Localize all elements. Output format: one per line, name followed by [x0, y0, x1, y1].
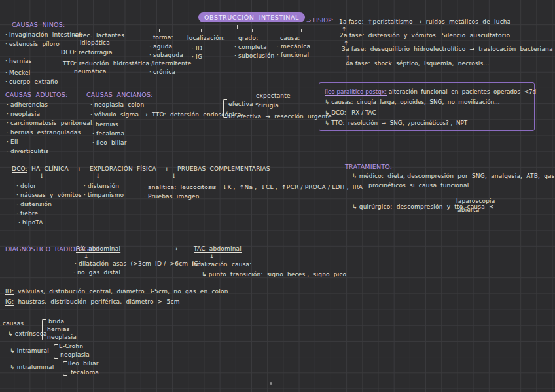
note-line: hernias: [47, 326, 70, 333]
page-indicator-dot: [270, 382, 272, 385]
note-line: · ID: [192, 45, 202, 52]
diagnostico-header: DCO: HA CLÍNICA + EXPLORACIÓN FÍSICA + P…: [12, 166, 270, 173]
causas-adultos-header: CAUSAS ADULTOS:: [5, 91, 67, 98]
col-forma-header: forma:: [153, 34, 173, 41]
note-line: · invaginación intestinal:: [5, 31, 83, 39]
ig-line: IG: haustras, distribución periférica, d…: [5, 298, 180, 306]
note-line: ↳ intraluminal: [10, 364, 54, 371]
bracket: [54, 344, 58, 359]
tto-text: reducción hidrostática /: [77, 60, 154, 67]
note-line: · distensión: [84, 183, 119, 190]
tto-label: TTO:: [63, 60, 77, 67]
note-line: · EII: [7, 139, 18, 146]
tree-line: [159, 29, 302, 29]
note-line: · neoplasia: [7, 111, 40, 118]
note-line: · intermitente: [149, 60, 191, 67]
note-line: RX abdominal: [76, 245, 120, 253]
note-line: E-Crohn: [59, 343, 83, 350]
causas-mecanismo-header: causas: [3, 320, 24, 327]
note-line: · crónica: [149, 69, 175, 76]
note-line: ↳ extrínseca: [8, 330, 47, 338]
col-causa-header: causa:: [280, 35, 300, 42]
note-line: ↳ punto transición: signo heces , signo …: [202, 271, 346, 278]
note-line: 3a fase: desequilibrio hidroelectrolític…: [342, 46, 553, 53]
page-title: OBSTRUCCIÓN INTESTINAL: [198, 12, 305, 22]
note-line: · analítica: leucocitosis ↓K , ↑Na , ↓CL…: [144, 184, 363, 191]
tree-tick: [252, 29, 253, 32]
note-line: laparoscopia: [456, 198, 495, 205]
note-line: · neoplasia colon: [90, 101, 144, 109]
id-line: ID: válvulas, distribución central, diám…: [5, 288, 228, 295]
causas-ancianos-header: CAUSAS ANCIANOS:: [86, 91, 153, 98]
note-line: · dilatación asas (>3cm ID / >6cm IG): [75, 260, 201, 268]
arrow-down-icon: ↓: [96, 173, 101, 179]
note-line: · fecaloma: [92, 130, 124, 137]
note-line: · cuerpo extraño: [5, 79, 58, 86]
note-line: ↳ intramural: [10, 347, 49, 355]
note-line: neumática: [74, 68, 107, 75]
note-line: no efectiva → resección urgente: [227, 113, 332, 120]
note-line: · distensión: [16, 201, 52, 208]
note-line: DCO: rectorragia: [61, 49, 113, 56]
note-line: íleo biliar: [68, 360, 99, 367]
note-line: cirugía: [258, 102, 279, 109]
note-line: · estenosis píloro: [5, 41, 60, 48]
arrow-down-icon: ↓: [209, 253, 215, 260]
note-line: · mecánica: [277, 43, 310, 50]
col-grado-header: grado:: [238, 35, 258, 42]
note-line: · IG: [192, 54, 202, 61]
note-line: · adherencias: [7, 101, 48, 109]
col-localizacion-header: localización:: [187, 35, 225, 42]
note-line: ↳ causas: cirugía larga, opioides, SNG, …: [325, 97, 529, 107]
note-line: · hipoTA: [18, 219, 43, 226]
note-line: +frec. lactantes: [73, 32, 124, 39]
note-line: · carcinomatosis peritoneal: [7, 120, 92, 127]
note-line: TAC abdominal: [194, 245, 242, 253]
note-line: · hernias estranguladas: [7, 129, 81, 136]
note-line: localización causa:: [192, 261, 252, 268]
note-line: ↳ DCO: RX / TAC: [325, 107, 529, 118]
note-line: 4a fase: shock séptico, isquemia, necros…: [346, 60, 490, 67]
note-line: · no gas distal: [73, 269, 120, 276]
tree-tick: [201, 29, 202, 32]
fisiop-header: ⇒ FISIOP:: [306, 17, 334, 24]
note-page-canvas[interactable]: OBSTRUCCIÓN INTESTINAL CAUSAS NIÑOS: · i…: [0, 0, 555, 392]
ileo-paralitico-box: íleo paralítico postqx: alteración funci…: [319, 82, 535, 131]
note-line: · dolor: [16, 183, 36, 190]
note-line: neoplasia: [60, 351, 90, 359]
arrow-down-icon: ↓: [84, 253, 89, 260]
note-line: · diverticulitis: [7, 148, 48, 155]
note-line: 1a fase: ↑peristaltismo → ruidos metálic…: [339, 18, 510, 26]
note-line: 2a fase: distensión y vómitos. Silencio …: [340, 32, 510, 39]
note-line: · Pruebas imagen: [144, 193, 200, 200]
note-line: · náuseas y vómitos: [16, 192, 82, 199]
note-line: brida: [48, 318, 64, 325]
note-line: · fiebre: [16, 210, 38, 217]
note-line: abierta: [457, 207, 479, 214]
bracket: [63, 361, 67, 376]
ileo-paralitico-title: íleo paralítico postqx:: [325, 88, 387, 95]
note-line: · vólvulo sigma → TTO: detorsión endoscó…: [90, 111, 242, 118]
note-line: idiopática: [80, 39, 110, 46]
note-line: TTO: reducción hidrostática /: [63, 60, 154, 67]
note-line: ↳ TTO: resolución → SNG, ¿procinéticos? …: [325, 118, 529, 128]
note-line: · completa: [234, 44, 267, 51]
note-line: · timpanismo: [84, 192, 124, 199]
note-line: ↳ médico: dieta, descompresión por SNG, …: [352, 173, 555, 180]
note-line: · hernias: [5, 58, 32, 65]
note-line: procinéticos si causa funcional: [368, 182, 469, 189]
note-line: fecaloma: [71, 369, 99, 376]
note-line: · subaguda: [149, 52, 183, 59]
arrow-down-icon: ↓: [39, 173, 45, 179]
dco-label: DCO:: [61, 49, 77, 56]
note-line: · suboclusión: [234, 52, 275, 60]
arrow-down-icon: ↓: [171, 173, 177, 179]
arrow-right-icon: →: [173, 245, 178, 253]
note-line: · funcional: [277, 52, 309, 59]
note-line: íleo paralítico postqx: alteración funci…: [325, 86, 529, 97]
tree-tick: [159, 29, 160, 32]
title-underline: [198, 24, 276, 24]
bracket: [42, 319, 46, 340]
note-line: · íleo biliar: [92, 139, 127, 147]
causas-ninos-header: CAUSAS NIÑOS:: [12, 21, 65, 28]
